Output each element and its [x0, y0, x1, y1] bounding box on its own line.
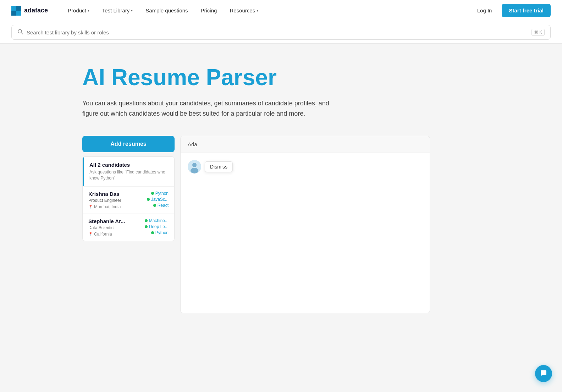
page-title: AI Resume Parser	[82, 65, 480, 90]
candidate-left: Stephanie Ar... Data Scientist 📍 Califor…	[88, 218, 125, 237]
all-candidates-header[interactable]: All 2 candidates Ask questions like "Fin…	[83, 157, 174, 186]
candidate-location: 📍 Mumbai, India	[88, 204, 121, 209]
start-free-trial-button[interactable]: Start free trial	[502, 4, 551, 17]
chevron-down-icon: ▾	[88, 9, 89, 12]
nav-test-library[interactable]: Test Library ▾	[97, 5, 139, 16]
chat-message-row: Dismiss	[188, 160, 423, 173]
skill-badge: Python	[151, 191, 169, 196]
chat-header: Ada	[181, 136, 430, 153]
chat-body: Dismiss	[181, 153, 430, 313]
nav-links: Product ▾ Test Library ▾ Sample question…	[62, 5, 473, 16]
chevron-down-icon: ▾	[257, 9, 258, 12]
parser-widget: Add resumes All 2 candidates Ask questio…	[82, 136, 430, 313]
chat-header-text: Ada	[188, 141, 197, 147]
nav-resources[interactable]: Resources ▾	[224, 5, 264, 16]
candidate-name: Stephanie Ar...	[88, 218, 125, 224]
sidebar: Add resumes All 2 candidates Ask questio…	[82, 136, 175, 313]
all-candidates-title: All 2 candidates	[89, 162, 169, 168]
candidate-left: Krishna Das Product Engineer 📍 Mumbai, I…	[88, 191, 121, 209]
svg-rect-2	[11, 11, 16, 16]
navbar: adaface Product ▾ Test Library ▾ Sample …	[0, 0, 562, 21]
search-bar[interactable]: ⌘ K	[11, 25, 551, 40]
candidate-role: Product Engineer	[88, 198, 121, 203]
candidate-name: Krishna Das	[88, 191, 121, 197]
logo[interactable]: adaface	[11, 6, 48, 16]
candidates-section: All 2 candidates Ask questions like "Fin…	[82, 156, 175, 241]
candidate-role: Data Scientist	[88, 225, 125, 230]
skill-dot	[151, 231, 154, 234]
location-icon: 📍	[88, 232, 93, 236]
candidate-location: 📍 California	[88, 232, 125, 237]
svg-point-8	[191, 168, 198, 173]
search-bar-wrapper: ⌘ K	[0, 21, 562, 44]
location-icon: 📍	[88, 205, 93, 209]
skill-dot	[151, 192, 154, 195]
all-candidates-hint: Ask questions like "Find candidates who …	[89, 169, 169, 185]
search-shortcut: ⌘ K	[531, 29, 545, 36]
logo-icon	[11, 6, 21, 16]
skill-dot	[145, 225, 148, 228]
svg-point-7	[192, 163, 197, 167]
nav-actions: Log In Start free trial	[473, 4, 551, 17]
skill-dot	[145, 219, 148, 222]
skill-dot	[153, 204, 156, 207]
nav-pricing[interactable]: Pricing	[195, 5, 223, 16]
candidate-item[interactable]: Krishna Das Product Engineer 📍 Mumbai, I…	[83, 186, 174, 214]
avatar	[188, 160, 201, 173]
add-resumes-button[interactable]: Add resumes	[82, 136, 175, 152]
svg-rect-0	[11, 6, 16, 11]
search-input[interactable]	[27, 29, 528, 35]
chevron-down-icon: ▾	[131, 9, 133, 12]
skill-badge: Machine...	[145, 218, 169, 223]
nav-sample-questions[interactable]: Sample questions	[140, 5, 193, 16]
skill-badge: Deep Le...	[145, 224, 169, 229]
candidate-skills: Machine... Deep Le... Python	[145, 218, 169, 235]
main-content: AI Resume Parser You can ask questions a…	[68, 44, 494, 327]
nav-product[interactable]: Product ▾	[62, 5, 95, 16]
skill-badge: JavaSc...	[147, 197, 169, 202]
skill-dot	[147, 198, 150, 201]
svg-line-5	[21, 33, 23, 34]
skill-badge: Python	[151, 230, 169, 235]
page-description: You can ask questions about your candida…	[82, 98, 331, 119]
login-button[interactable]: Log In	[473, 5, 496, 16]
candidate-item[interactable]: Stephanie Ar... Data Scientist 📍 Califor…	[83, 214, 174, 241]
candidate-skills: Python JavaSc... React	[147, 191, 169, 208]
chat-panel: Ada Dismiss	[180, 136, 430, 313]
svg-rect-3	[16, 11, 21, 16]
logo-text: adaface	[24, 7, 48, 14]
skill-badge: React	[153, 203, 169, 208]
svg-rect-1	[16, 6, 21, 11]
dismiss-button[interactable]: Dismiss	[205, 161, 233, 172]
search-icon	[17, 29, 23, 36]
